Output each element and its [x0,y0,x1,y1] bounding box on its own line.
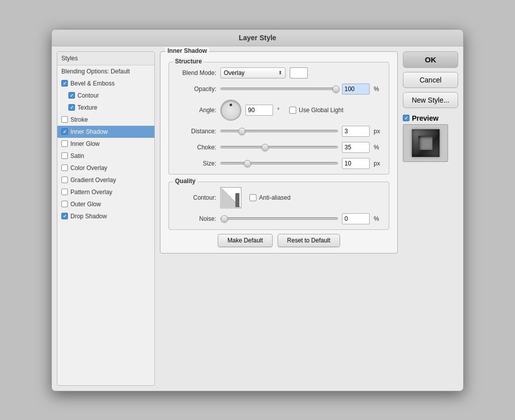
size-slider-container[interactable] [220,160,338,167]
main-content: Inner Shadow Structure Blend Mode: Overl… [160,51,398,386]
outer-glow-checkbox[interactable] [61,201,68,207]
noise-row: Noise: % [176,213,382,224]
contour-row: Contour: Anti-aliased [176,187,382,208]
opacity-slider-track [220,88,338,90]
ok-button[interactable]: OK [403,51,458,68]
sidebar-styles-title: Styles [57,52,154,65]
noise-unit: % [374,215,382,222]
distance-slider-container[interactable] [220,128,338,135]
opacity-slider-thumb[interactable] [332,86,339,93]
gradient-overlay-checkbox[interactable] [61,177,68,183]
size-slider-track [220,162,338,164]
use-global-light-row: Use Global Light [289,107,344,114]
sidebar-item-stroke[interactable]: Stroke [57,114,154,126]
noise-slider-container[interactable] [220,215,338,222]
preview-section: Preview [403,114,458,162]
distance-row: Distance: px [176,126,382,137]
choke-label: Choke: [176,144,216,151]
reset-to-default-button[interactable]: Reset to Default [278,234,340,247]
opacity-unit: % [374,86,382,93]
sidebar-item-color-overlay[interactable]: Color Overlay [57,162,154,174]
bottom-buttons: Make Default Reset to Default [168,234,389,247]
satin-checkbox[interactable] [61,152,68,159]
preview-checkbox[interactable] [403,115,409,121]
choke-slider-container[interactable] [220,144,338,151]
angle-dial-indicator [230,104,232,106]
sidebar-item-contour[interactable]: Contour [57,90,154,102]
preview-inner [412,129,440,157]
contour-preview[interactable] [220,187,241,208]
inner-shadow-checkbox[interactable] [61,128,68,135]
sidebar-item-inner-glow[interactable]: Inner Glow [57,138,154,150]
anti-aliased-label: Anti-aliased [259,194,291,201]
opacity-label: Opacity: [176,86,216,93]
anti-aliased-row: Anti-aliased [249,194,291,201]
sidebar-item-blending[interactable]: Blending Options: Default [57,65,154,77]
size-row: Size: px [176,158,382,169]
blend-mode-row: Blend Mode: Overlay ⬍ [176,67,382,78]
inner-shadow-title: Inner Shadow [165,47,209,54]
inner-glow-checkbox[interactable] [61,140,68,147]
color-overlay-checkbox[interactable] [61,164,68,171]
contour-checkbox[interactable] [68,92,75,99]
angle-dial[interactable] [220,100,241,121]
noise-slider-track [220,217,338,220]
dialog-title: Layer Style [52,30,463,46]
svg-marker-2 [235,193,239,207]
choke-slider-track [220,146,338,148]
opacity-slider-container[interactable] [220,86,338,93]
sidebar-item-inner-shadow[interactable]: Inner Shadow [57,126,154,138]
inner-shadow-panel: Inner Shadow Structure Blend Mode: Overl… [160,51,398,254]
choke-input[interactable] [342,142,370,153]
sidebar-item-texture[interactable]: Texture [57,102,154,114]
distance-input[interactable] [342,126,370,137]
new-style-button[interactable]: New Style... [403,92,458,108]
angle-input[interactable] [245,105,273,116]
sidebar-item-satin[interactable]: Satin [57,150,154,162]
size-slider-thumb[interactable] [244,160,251,167]
cancel-button[interactable]: Cancel [403,72,458,88]
stroke-checkbox[interactable] [61,116,68,123]
use-global-light-checkbox[interactable] [289,107,296,114]
noise-slider-thumb[interactable] [221,215,228,222]
opacity-input[interactable] [342,83,370,95]
preview-label: Preview [412,114,439,122]
structure-panel: Structure Blend Mode: Overlay ⬍ Opacity: [168,62,389,175]
opacity-row: Opacity: % [176,83,382,95]
sidebar-item-outer-glow[interactable]: Outer Glow [57,198,154,210]
distance-label: Distance: [176,128,216,135]
preview-inner-box [418,136,433,150]
drop-shadow-checkbox[interactable] [61,213,68,219]
sidebar-item-drop-shadow[interactable]: Drop Shadow [57,210,154,222]
sidebar-item-gradient-overlay[interactable]: Gradient Overlay [57,174,154,186]
right-panel: OK Cancel New Style... Preview [403,51,458,386]
layer-style-dialog: Layer Style Styles Blending Options: Def… [51,29,464,391]
choke-slider-thumb[interactable] [262,144,269,151]
blend-mode-label: Blend Mode: [176,69,216,76]
blend-mode-color-swatch[interactable] [290,67,308,78]
noise-input[interactable] [342,213,370,224]
blend-mode-dropdown[interactable]: Overlay ⬍ [220,67,286,78]
structure-title: Structure [173,58,204,65]
preview-label-row: Preview [403,114,458,122]
quality-title: Quality [173,178,198,185]
pattern-overlay-checkbox[interactable] [61,189,68,195]
anti-aliased-checkbox[interactable] [249,194,256,201]
size-unit: px [374,160,382,167]
use-global-light-label: Use Global Light [299,107,344,114]
make-default-button[interactable]: Make Default [218,234,273,247]
angle-row: Angle: ° Use Global Light [176,100,382,121]
sidebar-item-bevel-emboss[interactable]: Bevel & Emboss [57,77,154,90]
distance-unit: px [374,128,382,135]
distance-slider-track [220,130,338,132]
sidebar-item-pattern-overlay[interactable]: Pattern Overlay [57,186,154,198]
preview-box [403,124,448,162]
angle-unit: ° [277,107,285,114]
bevel-emboss-checkbox[interactable] [61,80,68,87]
angle-label: Angle: [176,107,216,114]
distance-slider-thumb[interactable] [238,128,245,135]
size-label: Size: [176,160,216,167]
texture-checkbox[interactable] [68,104,75,111]
size-input[interactable] [342,158,370,169]
sidebar: Styles Blending Options: Default Bevel &… [57,51,155,386]
